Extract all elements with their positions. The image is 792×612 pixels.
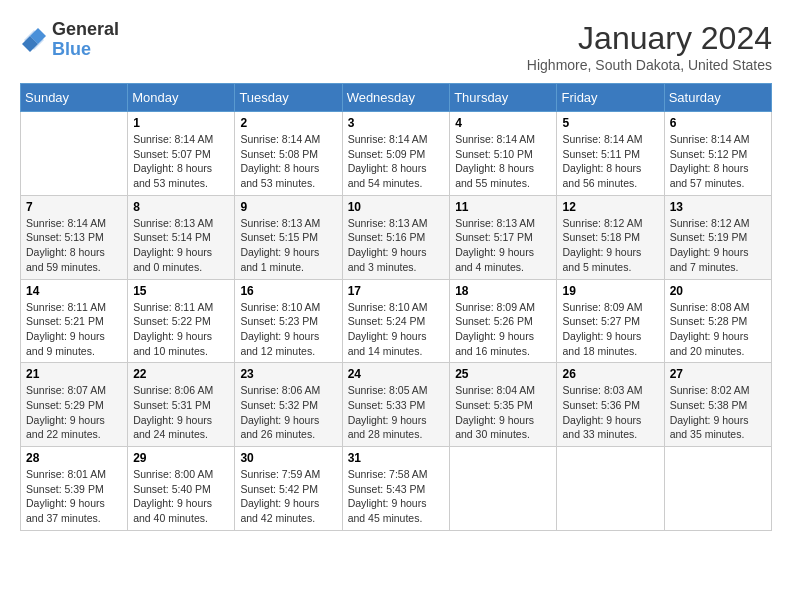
calendar-cell: 25Sunrise: 8:04 AMSunset: 5:35 PMDayligh… bbox=[450, 363, 557, 447]
column-header-wednesday: Wednesday bbox=[342, 84, 450, 112]
day-info: Sunrise: 8:12 AMSunset: 5:19 PMDaylight:… bbox=[670, 216, 766, 275]
calendar-week-3: 14Sunrise: 8:11 AMSunset: 5:21 PMDayligh… bbox=[21, 279, 772, 363]
day-info: Sunrise: 8:03 AMSunset: 5:36 PMDaylight:… bbox=[562, 383, 658, 442]
day-number: 2 bbox=[240, 116, 336, 130]
calendar-cell: 6Sunrise: 8:14 AMSunset: 5:12 PMDaylight… bbox=[664, 112, 771, 196]
calendar-cell: 12Sunrise: 8:12 AMSunset: 5:18 PMDayligh… bbox=[557, 195, 664, 279]
day-number: 29 bbox=[133, 451, 229, 465]
day-info: Sunrise: 8:09 AMSunset: 5:26 PMDaylight:… bbox=[455, 300, 551, 359]
day-number: 7 bbox=[26, 200, 122, 214]
calendar-cell: 5Sunrise: 8:14 AMSunset: 5:11 PMDaylight… bbox=[557, 112, 664, 196]
calendar-week-4: 21Sunrise: 8:07 AMSunset: 5:29 PMDayligh… bbox=[21, 363, 772, 447]
calendar-cell: 22Sunrise: 8:06 AMSunset: 5:31 PMDayligh… bbox=[128, 363, 235, 447]
day-number: 14 bbox=[26, 284, 122, 298]
calendar-cell: 13Sunrise: 8:12 AMSunset: 5:19 PMDayligh… bbox=[664, 195, 771, 279]
day-number: 8 bbox=[133, 200, 229, 214]
day-info: Sunrise: 8:14 AMSunset: 5:11 PMDaylight:… bbox=[562, 132, 658, 191]
day-number: 3 bbox=[348, 116, 445, 130]
day-info: Sunrise: 8:06 AMSunset: 5:32 PMDaylight:… bbox=[240, 383, 336, 442]
day-info: Sunrise: 8:14 AMSunset: 5:07 PMDaylight:… bbox=[133, 132, 229, 191]
calendar-cell: 19Sunrise: 8:09 AMSunset: 5:27 PMDayligh… bbox=[557, 279, 664, 363]
day-number: 18 bbox=[455, 284, 551, 298]
calendar-cell: 26Sunrise: 8:03 AMSunset: 5:36 PMDayligh… bbox=[557, 363, 664, 447]
day-number: 24 bbox=[348, 367, 445, 381]
page-header: GeneralBlue January 2024 Highmore, South… bbox=[20, 20, 772, 73]
day-number: 6 bbox=[670, 116, 766, 130]
calendar-cell: 30Sunrise: 7:59 AMSunset: 5:42 PMDayligh… bbox=[235, 447, 342, 531]
calendar-cell: 1Sunrise: 8:14 AMSunset: 5:07 PMDaylight… bbox=[128, 112, 235, 196]
day-number: 20 bbox=[670, 284, 766, 298]
day-number: 19 bbox=[562, 284, 658, 298]
calendar-table: SundayMondayTuesdayWednesdayThursdayFrid… bbox=[20, 83, 772, 531]
calendar-cell: 3Sunrise: 8:14 AMSunset: 5:09 PMDaylight… bbox=[342, 112, 450, 196]
day-info: Sunrise: 8:13 AMSunset: 5:15 PMDaylight:… bbox=[240, 216, 336, 275]
day-number: 17 bbox=[348, 284, 445, 298]
day-info: Sunrise: 8:14 AMSunset: 5:08 PMDaylight:… bbox=[240, 132, 336, 191]
column-header-saturday: Saturday bbox=[664, 84, 771, 112]
day-number: 25 bbox=[455, 367, 551, 381]
day-info: Sunrise: 8:14 AMSunset: 5:13 PMDaylight:… bbox=[26, 216, 122, 275]
logo-icon bbox=[20, 26, 48, 54]
day-info: Sunrise: 8:01 AMSunset: 5:39 PMDaylight:… bbox=[26, 467, 122, 526]
day-info: Sunrise: 8:14 AMSunset: 5:09 PMDaylight:… bbox=[348, 132, 445, 191]
day-number: 12 bbox=[562, 200, 658, 214]
day-number: 9 bbox=[240, 200, 336, 214]
column-header-thursday: Thursday bbox=[450, 84, 557, 112]
calendar-cell: 20Sunrise: 8:08 AMSunset: 5:28 PMDayligh… bbox=[664, 279, 771, 363]
calendar-cell: 28Sunrise: 8:01 AMSunset: 5:39 PMDayligh… bbox=[21, 447, 128, 531]
day-info: Sunrise: 8:14 AMSunset: 5:12 PMDaylight:… bbox=[670, 132, 766, 191]
calendar-cell: 31Sunrise: 7:58 AMSunset: 5:43 PMDayligh… bbox=[342, 447, 450, 531]
calendar-cell bbox=[450, 447, 557, 531]
calendar-cell: 23Sunrise: 8:06 AMSunset: 5:32 PMDayligh… bbox=[235, 363, 342, 447]
logo: GeneralBlue bbox=[20, 20, 119, 60]
day-info: Sunrise: 8:02 AMSunset: 5:38 PMDaylight:… bbox=[670, 383, 766, 442]
day-number: 23 bbox=[240, 367, 336, 381]
column-header-tuesday: Tuesday bbox=[235, 84, 342, 112]
day-number: 16 bbox=[240, 284, 336, 298]
day-info: Sunrise: 8:06 AMSunset: 5:31 PMDaylight:… bbox=[133, 383, 229, 442]
calendar-cell: 27Sunrise: 8:02 AMSunset: 5:38 PMDayligh… bbox=[664, 363, 771, 447]
calendar-cell: 10Sunrise: 8:13 AMSunset: 5:16 PMDayligh… bbox=[342, 195, 450, 279]
day-info: Sunrise: 8:14 AMSunset: 5:10 PMDaylight:… bbox=[455, 132, 551, 191]
calendar-cell: 17Sunrise: 8:10 AMSunset: 5:24 PMDayligh… bbox=[342, 279, 450, 363]
day-number: 31 bbox=[348, 451, 445, 465]
day-info: Sunrise: 8:08 AMSunset: 5:28 PMDaylight:… bbox=[670, 300, 766, 359]
calendar-cell: 21Sunrise: 8:07 AMSunset: 5:29 PMDayligh… bbox=[21, 363, 128, 447]
calendar-cell bbox=[557, 447, 664, 531]
day-number: 5 bbox=[562, 116, 658, 130]
day-info: Sunrise: 8:00 AMSunset: 5:40 PMDaylight:… bbox=[133, 467, 229, 526]
day-number: 10 bbox=[348, 200, 445, 214]
day-number: 11 bbox=[455, 200, 551, 214]
day-info: Sunrise: 8:09 AMSunset: 5:27 PMDaylight:… bbox=[562, 300, 658, 359]
calendar-header-row: SundayMondayTuesdayWednesdayThursdayFrid… bbox=[21, 84, 772, 112]
calendar-cell: 9Sunrise: 8:13 AMSunset: 5:15 PMDaylight… bbox=[235, 195, 342, 279]
day-info: Sunrise: 8:13 AMSunset: 5:16 PMDaylight:… bbox=[348, 216, 445, 275]
day-info: Sunrise: 8:04 AMSunset: 5:35 PMDaylight:… bbox=[455, 383, 551, 442]
day-number: 15 bbox=[133, 284, 229, 298]
column-header-sunday: Sunday bbox=[21, 84, 128, 112]
calendar-cell: 7Sunrise: 8:14 AMSunset: 5:13 PMDaylight… bbox=[21, 195, 128, 279]
calendar-cell: 18Sunrise: 8:09 AMSunset: 5:26 PMDayligh… bbox=[450, 279, 557, 363]
column-header-monday: Monday bbox=[128, 84, 235, 112]
day-info: Sunrise: 8:05 AMSunset: 5:33 PMDaylight:… bbox=[348, 383, 445, 442]
day-number: 28 bbox=[26, 451, 122, 465]
day-info: Sunrise: 8:13 AMSunset: 5:17 PMDaylight:… bbox=[455, 216, 551, 275]
calendar-cell: 16Sunrise: 8:10 AMSunset: 5:23 PMDayligh… bbox=[235, 279, 342, 363]
calendar-cell: 15Sunrise: 8:11 AMSunset: 5:22 PMDayligh… bbox=[128, 279, 235, 363]
calendar-cell: 8Sunrise: 8:13 AMSunset: 5:14 PMDaylight… bbox=[128, 195, 235, 279]
day-number: 30 bbox=[240, 451, 336, 465]
day-number: 13 bbox=[670, 200, 766, 214]
calendar-cell: 11Sunrise: 8:13 AMSunset: 5:17 PMDayligh… bbox=[450, 195, 557, 279]
day-info: Sunrise: 8:13 AMSunset: 5:14 PMDaylight:… bbox=[133, 216, 229, 275]
logo-text: GeneralBlue bbox=[52, 20, 119, 60]
calendar-week-2: 7Sunrise: 8:14 AMSunset: 5:13 PMDaylight… bbox=[21, 195, 772, 279]
calendar-cell: 4Sunrise: 8:14 AMSunset: 5:10 PMDaylight… bbox=[450, 112, 557, 196]
day-info: Sunrise: 7:58 AMSunset: 5:43 PMDaylight:… bbox=[348, 467, 445, 526]
calendar-cell bbox=[664, 447, 771, 531]
day-number: 22 bbox=[133, 367, 229, 381]
calendar-cell bbox=[21, 112, 128, 196]
calendar-subtitle: Highmore, South Dakota, United States bbox=[527, 57, 772, 73]
day-number: 27 bbox=[670, 367, 766, 381]
calendar-week-1: 1Sunrise: 8:14 AMSunset: 5:07 PMDaylight… bbox=[21, 112, 772, 196]
day-info: Sunrise: 8:10 AMSunset: 5:23 PMDaylight:… bbox=[240, 300, 336, 359]
